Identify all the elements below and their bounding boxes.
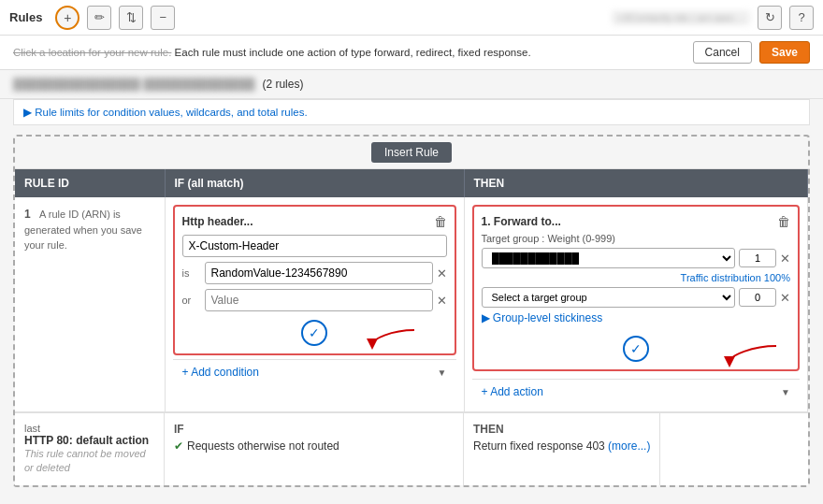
if-card-header: Http header... 🗑 (182, 214, 447, 229)
is-clear-button[interactable]: ✕ (437, 266, 447, 281)
cancel-button[interactable]: Cancel (693, 41, 752, 64)
default-rule-id-cell: last HTTP 80: default action This rule c… (15, 413, 165, 485)
default-if-label: IF (174, 423, 454, 436)
rules-table-wrapper: Insert Rule RULE ID IF (all match) THEN … (13, 135, 810, 487)
chevron-down-icon: ▼ (438, 367, 447, 378)
tg-clear-button[interactable]: ✕ (780, 252, 790, 266)
save-button[interactable]: Save (759, 41, 810, 64)
tg-select-group: Select a target group ✕ (482, 287, 791, 308)
instance-id: i-0Contactly-ids | arn:aws:... (612, 10, 750, 25)
check-icon: ✓ (309, 325, 320, 340)
add-condition-label: + Add condition (182, 366, 259, 379)
rule-id-text: A rule ID (ARN) is generated when you sa… (24, 209, 142, 251)
default-then-cell: THEN Return fixed response 403 (more...) (464, 413, 660, 485)
toolbar: Rules + ✏ ⇅ − i-0Contactly-ids | arn:aws… (0, 0, 823, 36)
if-or-row: or ✕ (182, 289, 447, 311)
if-confirm-button[interactable]: ✓ (301, 320, 327, 346)
info-bar: ████████████████ ██████████████ (2 rules… (0, 70, 823, 99)
default-rule-subtitle: This rule cannot be moved or deleted (24, 447, 154, 476)
then-card-title: 1. Forward to... (482, 215, 561, 228)
then-cell: 1. Forward to... 🗑 Target group : Weight… (464, 197, 808, 412)
then-card-header: 1. Forward to... 🗑 (482, 214, 791, 229)
default-if-cell: IF ✔ Requests otherwise not routed (165, 413, 464, 485)
instruction-text: Click a location for your new rule. Each… (13, 47, 531, 58)
strikethrough-text: Click a location for your new rule. (13, 47, 171, 58)
col-then: THEN (464, 169, 808, 197)
refresh-button[interactable]: ↻ (758, 6, 782, 30)
resource-title: ████████████████ ██████████████ (13, 78, 254, 91)
add-clear-button[interactable]: ✕ (780, 291, 790, 305)
tg-label: Target group : Weight (0-999) (482, 233, 791, 244)
or-value-input[interactable] (205, 289, 433, 311)
toolbar-title: Rules (9, 10, 42, 24)
or-clear-button[interactable]: ✕ (437, 294, 447, 308)
if-is-row: is ✕ (182, 262, 447, 284)
table-row: 1 A rule ID (ARN) is generated when you … (15, 197, 808, 412)
default-rule-row: last HTTP 80: default action This rule c… (15, 412, 808, 485)
insert-rule-button[interactable]: Insert Rule (371, 142, 452, 163)
or-label: or (182, 295, 201, 306)
then-text: Return fixed response 403 (473, 439, 605, 453)
red-arrow-then (715, 341, 781, 369)
rule-limits-bar[interactable]: ▶ Rule limits for condition values, wild… (13, 99, 810, 125)
reorder-button[interactable]: ⇅ (119, 6, 143, 30)
tg-row: ████████████ ✕ (482, 248, 791, 268)
rule-limits-label: ▶ Rule limits for condition values, wild… (23, 106, 308, 119)
edit-button[interactable]: ✏ (87, 6, 111, 30)
default-if-content: ✔ Requests otherwise not routed (174, 439, 454, 453)
is-label: is (182, 267, 201, 279)
if-check-icon: ✔ (174, 439, 183, 453)
default-if-text: Requests otherwise not routed (187, 439, 339, 453)
col-rule-id: RULE ID (15, 169, 165, 197)
instruction-bar: Click a location for your new rule. Each… (0, 36, 823, 70)
add-weight-input[interactable] (739, 288, 776, 307)
then-delete-icon[interactable]: 🗑 (777, 214, 790, 229)
default-then-label: THEN (473, 423, 650, 436)
add-rule-button[interactable]: + (55, 6, 79, 30)
add-condition-button[interactable]: + Add condition ▼ (173, 359, 456, 384)
delete-button[interactable]: − (151, 6, 175, 30)
red-arrow-if (363, 325, 419, 353)
add-action-label: + Add action (482, 385, 543, 398)
help-button[interactable]: ? (789, 6, 814, 30)
add-target-group-select[interactable]: Select a target group (482, 287, 736, 308)
rule-id-cell: 1 A rule ID (ARN) is generated when you … (15, 197, 165, 412)
col-if: IF (all match) (165, 169, 464, 197)
insert-rule-row: Insert Rule (15, 137, 808, 169)
main-content: Insert Rule RULE ID IF (all match) THEN … (0, 125, 823, 497)
rules-table: RULE ID IF (all match) THEN 1 A rule ID … (15, 169, 808, 412)
if-delete-icon[interactable]: 🗑 (434, 214, 447, 229)
if-card-title: Http header... (182, 215, 253, 228)
http-header-name-input[interactable] (182, 235, 447, 257)
if-cell: Http header... 🗑 is ✕ or (165, 197, 464, 412)
then-confirm-button[interactable]: ✓ (623, 336, 649, 362)
check-icon: ✓ (630, 341, 642, 356)
then-card: 1. Forward to... 🗑 Target group : Weight… (472, 205, 801, 371)
target-group-select[interactable]: ████████████ (482, 248, 736, 268)
if-value-input[interactable] (205, 262, 433, 284)
add-action-button[interactable]: + Add action ▼ (472, 379, 801, 404)
group-stickiness-toggle[interactable]: ▶ Group-level stickiness (482, 308, 791, 328)
last-badge: last (24, 423, 154, 434)
default-then-text: Return fixed response 403 (more...) (473, 439, 650, 453)
instruction-main-text: Each rule must include one action of typ… (175, 47, 531, 58)
if-card: Http header... 🗑 is ✕ or (173, 205, 456, 355)
traffic-distribution: Traffic distribution 100% (482, 272, 791, 283)
then-more-link[interactable]: (more...) (608, 439, 650, 453)
default-rule-title: HTTP 80: default action (24, 434, 154, 447)
rule-count: (2 rules) (262, 78, 303, 91)
tg-weight-input[interactable] (739, 249, 776, 267)
rule-number: 1 (24, 208, 31, 221)
chevron-down-icon-action: ▼ (781, 387, 790, 397)
